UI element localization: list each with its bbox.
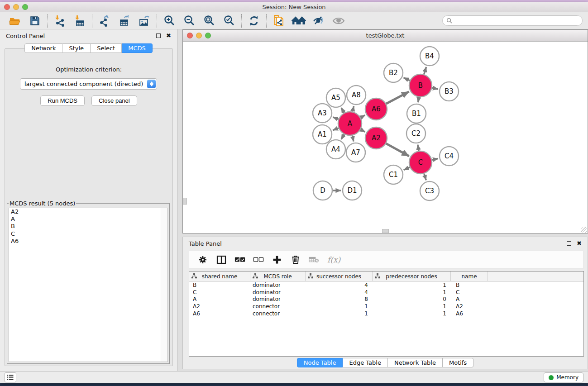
- column-header-successor-nodes[interactable]: successor nodes: [306, 272, 373, 281]
- window-titlebar: Session: New Session: [0, 2, 588, 12]
- column-header-shared-name[interactable]: shared name: [189, 272, 250, 281]
- zoom-window-button[interactable]: [22, 4, 28, 10]
- table-row[interactable]: A2connector11A2: [189, 303, 583, 310]
- minimize-window-button[interactable]: [13, 4, 19, 10]
- graph-edge-B-B3[interactable]: [432, 88, 438, 89]
- deselect-all-button[interactable]: [253, 254, 264, 265]
- show-all-views-button[interactable]: [291, 14, 307, 28]
- result-item[interactable]: A: [9, 215, 167, 223]
- graph-edge-B-B2[interactable]: [404, 78, 410, 81]
- save-session-button[interactable]: [27, 14, 43, 28]
- criterion-dropdown[interactable]: largest connected component (directed): [20, 78, 157, 90]
- open-session-button[interactable]: [7, 14, 23, 28]
- zoom-fit-button[interactable]: [201, 14, 217, 28]
- graph-edge-B-B4[interactable]: [424, 67, 426, 74]
- result-item[interactable]: C: [9, 230, 167, 238]
- graph-edge-C-C4[interactable]: [432, 158, 438, 160]
- horizontal-scrollbar-thumb[interactable]: [382, 229, 389, 233]
- graph-node-label-D: D: [320, 186, 325, 195]
- memory-button[interactable]: Memory: [544, 372, 583, 382]
- close-panel-icon[interactable]: ✖: [166, 33, 171, 38]
- graph-node-label-A5: A5: [331, 94, 340, 102]
- eye-icon: [332, 16, 345, 26]
- tab-motifs[interactable]: Motifs: [443, 358, 473, 367]
- function-builder-button[interactable]: f(x): [327, 255, 340, 264]
- search-input[interactable]: [454, 17, 578, 24]
- graph-edge-B-B1[interactable]: [418, 97, 419, 103]
- graph-edge-A-A8[interactable]: [353, 106, 354, 111]
- hide-selection-button[interactable]: [311, 14, 327, 28]
- table-row[interactable]: Cdominator41C: [189, 289, 583, 296]
- run-mcds-button[interactable]: Run MCDS: [40, 95, 85, 106]
- close-panel-button[interactable]: Close panel: [91, 95, 137, 106]
- graph-edge-A-A7[interactable]: [352, 135, 354, 141]
- column-settings-button[interactable]: [197, 254, 208, 265]
- graph-edge-A-A2[interactable]: [361, 129, 365, 132]
- graph-edge-A6-B[interactable]: [386, 92, 409, 104]
- window-title: Session: New Session: [262, 4, 325, 10]
- tab-style[interactable]: Style: [62, 43, 91, 53]
- control-panel-title: Control Panel: [6, 33, 45, 39]
- network-zoom-button[interactable]: [205, 33, 211, 38]
- close-window-button[interactable]: [4, 4, 10, 10]
- graph-node-label-A7: A7: [351, 148, 360, 157]
- result-item[interactable]: A6: [9, 238, 167, 245]
- graph-edge-A-A5[interactable]: [341, 108, 344, 113]
- result-scrollbar[interactable]: [161, 208, 167, 362]
- table-cell: C: [451, 289, 488, 295]
- hierarchy-icon: [253, 273, 258, 279]
- tab-node-table[interactable]: Node Table: [297, 358, 343, 367]
- graph-edge-A2-C[interactable]: [386, 143, 409, 156]
- tab-network-table[interactable]: Network Table: [388, 358, 443, 367]
- export-image-button[interactable]: [136, 14, 153, 28]
- tab-edge-table[interactable]: Edge Table: [343, 358, 387, 367]
- export-network-button[interactable]: [96, 14, 113, 28]
- graph-edge-C-C2[interactable]: [418, 145, 419, 151]
- mcds-result-box: MCDS result (5 nodes) A2 A B C A6: [7, 200, 170, 364]
- delete-columns-button[interactable]: [290, 254, 301, 265]
- graph-edge-A-A1[interactable]: [333, 128, 339, 130]
- zoom-in-button[interactable]: [161, 14, 177, 28]
- search-field[interactable]: [442, 15, 583, 26]
- column-header-predecessor-nodes[interactable]: predecessor nodes: [373, 272, 451, 281]
- tab-network[interactable]: Network: [24, 43, 62, 53]
- graph-edge-A-A6[interactable]: [361, 115, 365, 118]
- float-panel-icon[interactable]: [156, 33, 161, 38]
- zoom-selected-button[interactable]: [221, 14, 237, 28]
- column-label: successor nodes: [316, 273, 361, 280]
- delete-table-button[interactable]: [309, 254, 320, 265]
- close-table-panel-icon[interactable]: ✖: [577, 241, 582, 246]
- float-table-panel-icon[interactable]: [567, 241, 571, 246]
- show-hidden-button[interactable]: [330, 14, 347, 28]
- graph-edge-C-C3[interactable]: [424, 174, 426, 180]
- tab-mcds[interactable]: MCDS: [122, 43, 153, 53]
- table-row[interactable]: Bdominator41B: [189, 281, 583, 289]
- resize-grip[interactable]: [581, 227, 587, 233]
- graph-edge-A-A4[interactable]: [341, 134, 344, 139]
- task-history-button[interactable]: [5, 372, 16, 382]
- table-row[interactable]: Adominator80A: [189, 296, 583, 303]
- import-table-button[interactable]: [72, 14, 88, 28]
- clone-network-button[interactable]: [271, 14, 287, 28]
- table-row[interactable]: A6connector11A6: [189, 310, 583, 317]
- zoom-out-button[interactable]: [181, 14, 197, 28]
- graph-edge-A-A3[interactable]: [333, 117, 338, 119]
- network-canvas[interactable]: B4B2BB3A8A5A6A3B1AC2A1A2A4A7C4CC1DD1C3: [183, 42, 588, 233]
- network-close-button[interactable]: [187, 33, 193, 38]
- select-all-button[interactable]: [234, 254, 245, 265]
- export-table-button[interactable]: [116, 14, 133, 28]
- add-column-button[interactable]: [272, 254, 282, 265]
- tab-select[interactable]: Select: [91, 43, 122, 53]
- column-label: predecessor nodes: [386, 273, 437, 280]
- network-minimize-button[interactable]: [196, 33, 202, 38]
- split-table-button[interactable]: [216, 254, 227, 265]
- result-item[interactable]: B: [9, 223, 167, 230]
- import-network-button[interactable]: [52, 14, 68, 28]
- mcds-result-list[interactable]: A2 A B C A6: [9, 208, 168, 362]
- column-header-name[interactable]: name: [451, 272, 488, 281]
- column-header-mcds-role[interactable]: MCDS role: [250, 272, 306, 281]
- graph-edge-C-C1[interactable]: [404, 167, 410, 170]
- vertical-scrollbar-thumb[interactable]: [183, 198, 187, 205]
- apply-layout-button[interactable]: [246, 14, 262, 28]
- result-item[interactable]: A2: [9, 208, 167, 215]
